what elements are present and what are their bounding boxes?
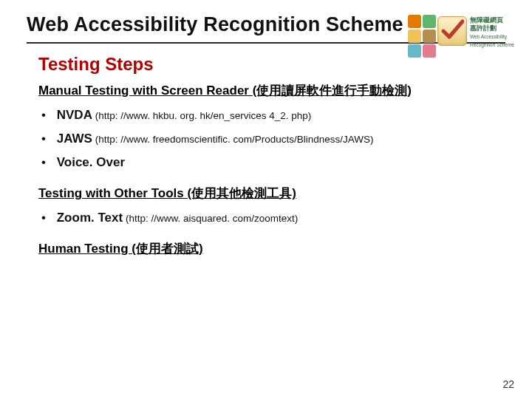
item-detail: (http: //www. freedomscientific. com/Pro…	[92, 134, 374, 145]
eye-icon	[423, 15, 436, 28]
item-name: NVDA	[57, 108, 92, 122]
item-name: Voice. Over	[57, 155, 125, 169]
item-name: Zoom. Text	[57, 211, 123, 225]
page-number: 22	[502, 378, 514, 390]
item-detail: (http: //www. hkbu. org. hk/en_services …	[92, 110, 311, 121]
list-item: • NVDA (http: //www. hkbu. org. hk/en_se…	[41, 103, 498, 127]
logo-en-2: Recognition Scheme	[470, 41, 514, 49]
subheading-manual: Manual Testing with Screen Reader (使用讀屏軟…	[38, 82, 498, 99]
logo-cn-1: 無障礙網頁	[470, 16, 514, 24]
bullet-icon: •	[41, 108, 53, 123]
logo-en-1: Web Accessibility	[470, 33, 514, 41]
bullet-icon: •	[41, 132, 53, 146]
bullet-icon: •	[41, 155, 53, 170]
hand-icon	[408, 30, 421, 43]
content: Testing Steps Manual Testing with Screen…	[0, 44, 532, 257]
heart-icon	[423, 44, 436, 58]
list-manual: • NVDA (http: //www. hkbu. org. hk/en_se…	[38, 103, 498, 174]
item-detail: (http: //www. aisquared. com/zoomtext)	[123, 213, 298, 224]
scheme-logo: 無障礙網頁 嘉許計劃 Web Accessibility Recognition…	[408, 4, 517, 59]
logo-icon-grid	[408, 15, 436, 58]
slide: 無障礙網頁 嘉許計劃 Web Accessibility Recognition…	[0, 0, 532, 399]
list-item: • JAWS (http: //www. freedomscientific. …	[41, 127, 498, 151]
logo-text: 無障礙網頁 嘉許計劃 Web Accessibility Recognition…	[470, 16, 514, 49]
list-item: • Voice. Over	[41, 151, 498, 174]
bullet-icon: •	[41, 211, 53, 225]
subheading-human: Human Testing (使用者測試)	[38, 240, 498, 257]
home-icon	[408, 15, 421, 28]
logo-cn-2: 嘉許計劃	[470, 24, 514, 33]
ear-icon	[408, 44, 421, 58]
list-other: • Zoom. Text (http: //www. aisquared. co…	[38, 206, 498, 230]
item-name: JAWS	[57, 132, 92, 146]
list-item: • Zoom. Text (http: //www. aisquared. co…	[41, 206, 498, 230]
checkmark-icon	[437, 16, 467, 46]
brain-icon	[423, 30, 436, 43]
subheading-other: Testing with Other Tools (使用其他檢測工具)	[38, 185, 498, 202]
